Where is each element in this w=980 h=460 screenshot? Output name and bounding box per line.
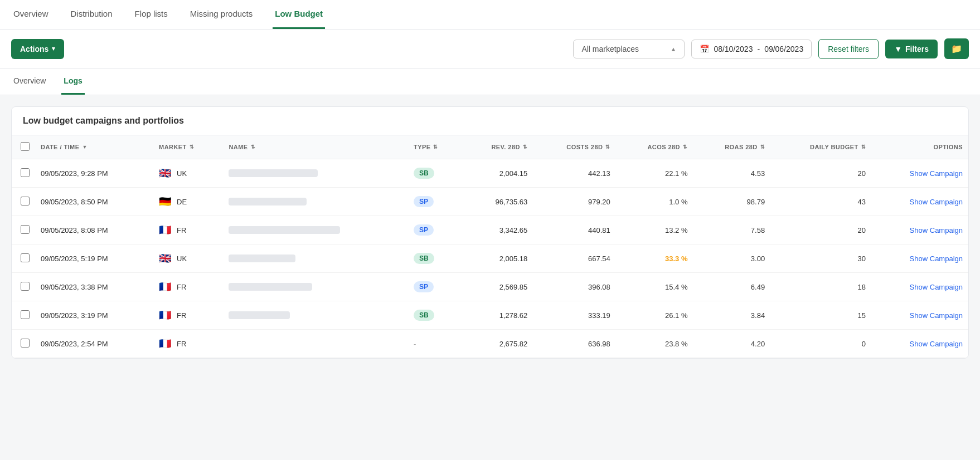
- date-range-picker[interactable]: 📅 08/10/2023 - 09/06/2023: [691, 40, 812, 58]
- filter-icon: ▼: [894, 45, 902, 53]
- nav-distribution[interactable]: Distribution: [69, 0, 115, 29]
- col-type[interactable]: TYPE ⇅: [408, 135, 462, 159]
- tab-logs[interactable]: Logs: [61, 68, 84, 95]
- col-acos28d[interactable]: ACOS 28D ⇅: [616, 135, 693, 159]
- cell-type: SP: [408, 273, 462, 301]
- sort-datetime[interactable]: DATE / TIME ▼: [41, 144, 88, 150]
- sort-roas28d[interactable]: ROAS 28D ⇅: [725, 144, 765, 150]
- sort-name[interactable]: NAME ⇅: [229, 144, 255, 150]
- sort-rev28d-icon: ⇅: [523, 144, 527, 150]
- cell-acos28d: 1.0 %: [616, 188, 693, 216]
- row-checkbox-5[interactable]: [21, 310, 30, 319]
- cell-daily-budget: 20: [770, 159, 871, 188]
- cell-costs28d: 979.20: [533, 188, 616, 216]
- col-options: OPTIONS: [871, 135, 968, 159]
- name-blurred: [229, 283, 312, 291]
- row-checkbox-2[interactable]: [21, 225, 30, 234]
- col-name[interactable]: NAME ⇅: [223, 135, 408, 159]
- cell-type: SB: [408, 244, 462, 273]
- col-roas28d[interactable]: ROAS 28D ⇅: [693, 135, 770, 159]
- tab-overview[interactable]: Overview: [11, 68, 48, 95]
- market-code: UK: [177, 255, 187, 263]
- sort-rev28d[interactable]: REV. 28D ⇅: [491, 144, 527, 150]
- show-campaign-link[interactable]: Show Campaign: [910, 283, 963, 291]
- nav-low-budget[interactable]: Low Budget: [273, 0, 325, 29]
- row-checkbox-6[interactable]: [21, 339, 30, 348]
- reset-filters-button[interactable]: Reset filters: [818, 39, 879, 59]
- toolbar: Actions ▾ All marketplaces ▲ 📅 08/10/202…: [0, 30, 980, 68]
- cell-acos28d: 33.3 %: [616, 244, 693, 273]
- market-code: FR: [177, 283, 186, 291]
- card-title: Low budget campaigns and portfolios: [12, 107, 968, 135]
- sort-costs28d-icon: ⇅: [605, 144, 610, 150]
- sort-costs28d[interactable]: COSTS 28D ⇅: [566, 144, 610, 150]
- cell-rev28d: 2,675.82: [462, 330, 533, 358]
- cell-options: Show Campaign: [871, 188, 968, 216]
- sort-dailybudget[interactable]: DAILY BUDGET ⇅: [810, 144, 866, 150]
- row-checkbox-4[interactable]: [21, 282, 30, 291]
- col-market[interactable]: MARKET ⇅: [153, 135, 223, 159]
- show-campaign-link[interactable]: Show Campaign: [910, 226, 963, 234]
- actions-button[interactable]: Actions ▾: [11, 39, 64, 59]
- cell-daily-budget: 43: [770, 188, 871, 216]
- cell-acos28d: 13.2 %: [616, 216, 693, 244]
- sort-type[interactable]: TYPE ⇅: [414, 144, 438, 150]
- cell-options: Show Campaign: [871, 244, 968, 273]
- cell-costs28d: 440.81: [533, 216, 616, 244]
- market-flag: 🇬🇧: [159, 167, 171, 179]
- cell-market: 🇫🇷FR: [153, 330, 223, 358]
- date-to: 09/06/2023: [764, 45, 803, 53]
- row-checkbox-1[interactable]: [21, 197, 30, 205]
- cell-datetime: 09/05/2023, 8:08 PM: [35, 216, 153, 244]
- cell-datetime: 09/05/2023, 3:19 PM: [35, 301, 153, 330]
- cell-type: SP: [408, 216, 462, 244]
- name-blurred: [229, 226, 340, 234]
- cell-daily-budget: 18: [770, 273, 871, 301]
- type-badge: SB: [414, 168, 434, 179]
- nav-flop-lists[interactable]: Flop lists: [133, 0, 170, 29]
- sort-acos28d[interactable]: ACOS 28D ⇅: [647, 144, 687, 150]
- cell-type: SP: [408, 188, 462, 216]
- filters-button[interactable]: ▼ Filters: [885, 40, 938, 58]
- cell-acos28d: 26.1 %: [616, 301, 693, 330]
- cell-datetime: 09/05/2023, 5:19 PM: [35, 244, 153, 273]
- select-all-checkbox[interactable]: [21, 142, 30, 151]
- col-costs28d[interactable]: COSTS 28D ⇅: [533, 135, 616, 159]
- cell-type: SB: [408, 301, 462, 330]
- col-datetime[interactable]: DATE / TIME ▼: [35, 135, 153, 159]
- market-code: FR: [177, 340, 186, 348]
- cell-name: [223, 301, 408, 330]
- sort-market[interactable]: MARKET ⇅: [159, 144, 194, 150]
- show-campaign-link[interactable]: Show Campaign: [910, 255, 963, 263]
- type-badge: SP: [414, 196, 434, 207]
- show-campaign-link[interactable]: Show Campaign: [910, 340, 963, 348]
- col-dailybudget[interactable]: DAILY BUDGET ⇅: [770, 135, 871, 159]
- folder-button[interactable]: 📁: [944, 38, 969, 59]
- cell-roas28d: 4.53: [693, 159, 770, 188]
- type-badge: SB: [414, 310, 434, 321]
- market-flag: 🇫🇷: [159, 309, 171, 321]
- marketplace-chevron-icon: ▲: [670, 46, 676, 52]
- date-separator: -: [757, 45, 760, 53]
- nav-overview[interactable]: Overview: [11, 0, 51, 29]
- row-checkbox-3[interactable]: [21, 253, 30, 262]
- show-campaign-link[interactable]: Show Campaign: [910, 169, 963, 178]
- cell-daily-budget: 20: [770, 216, 871, 244]
- col-rev28d[interactable]: REV. 28D ⇅: [462, 135, 533, 159]
- show-campaign-link[interactable]: Show Campaign: [910, 198, 963, 206]
- cell-type: SB: [408, 159, 462, 188]
- sort-name-icon: ⇅: [251, 144, 255, 150]
- cell-market: 🇫🇷FR: [153, 216, 223, 244]
- cell-rev28d: 2,004.15: [462, 159, 533, 188]
- campaigns-card: Low budget campaigns and portfolios DATE…: [11, 106, 969, 359]
- sort-roas28d-icon: ⇅: [760, 144, 765, 150]
- row-checkbox-0[interactable]: [21, 168, 30, 177]
- cell-rev28d: 2,005.18: [462, 244, 533, 273]
- cell-roas28d: 6.49: [693, 273, 770, 301]
- select-all-header[interactable]: [12, 135, 35, 159]
- cell-rev28d: 3,342.65: [462, 216, 533, 244]
- cell-costs28d: 333.19: [533, 301, 616, 330]
- nav-missing-products[interactable]: Missing products: [188, 0, 255, 29]
- show-campaign-link[interactable]: Show Campaign: [910, 311, 963, 320]
- marketplace-dropdown[interactable]: All marketplaces ▲: [573, 40, 685, 58]
